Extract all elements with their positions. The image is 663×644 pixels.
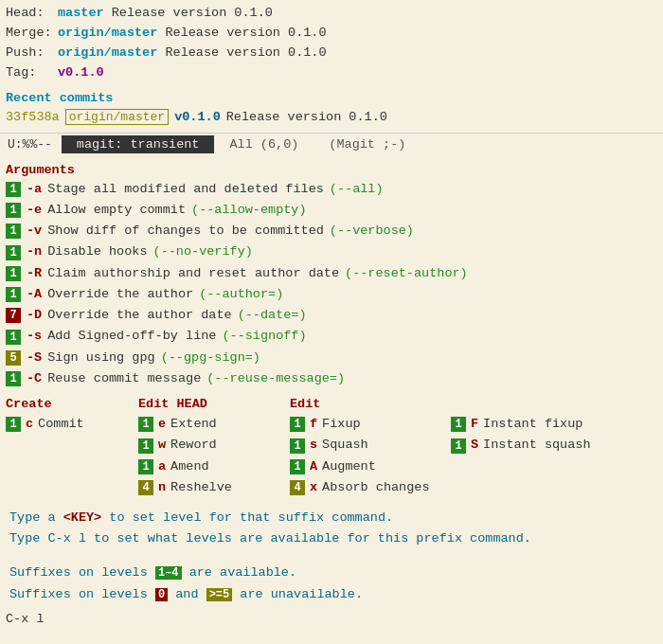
suffix-unavailable-line: Suffixes on levels 0 and >=5 are unavail… — [9, 584, 654, 606]
push-branch: origin/master — [58, 44, 157, 63]
cmd-row: 1aAmend — [138, 456, 290, 477]
arg-option: (--reuse-message=) — [206, 369, 345, 388]
arg-desc: Add Signed-off-by line — [47, 327, 216, 346]
cmd-key[interactable]: c — [26, 415, 33, 434]
tab-magit[interactable]: (Magit ;-) — [314, 135, 421, 153]
head-branch: master — [58, 4, 104, 24]
arguments-title: Arguments — [6, 163, 657, 177]
arg-desc: Disable hooks — [47, 242, 147, 261]
arg-option: (--gpg-sign=) — [161, 349, 260, 367]
arg-desc: Stage all modified and deleted files — [47, 180, 324, 199]
arg-badge: 1 — [6, 371, 21, 386]
cmd-key[interactable]: w — [158, 436, 166, 455]
arg-flag: -R — [27, 264, 42, 283]
cmd-key[interactable]: f — [310, 415, 317, 434]
arg-desc: Claim authorship and reset author date — [47, 264, 339, 283]
tab-bar: U:%%-- magit: transient All (6,0) (Magit… — [0, 133, 663, 155]
arg-flag: -v — [27, 222, 42, 241]
commit-hash: 33f538a — [6, 110, 60, 124]
merge-msg: Release version 0.1.0 — [157, 24, 326, 44]
arg-option: (--date=) — [238, 306, 307, 325]
bottom-bar: C-x l — [0, 610, 663, 628]
suffix-ge5: >=5 — [206, 588, 233, 601]
merge-branch: origin/master — [58, 24, 157, 44]
arg-row: 1-sAdd Signed-off-by line (--signoff) — [6, 326, 657, 347]
arg-option: (--verbose) — [330, 222, 414, 241]
cmd-badge: 1 — [290, 459, 305, 474]
arg-desc: Sign using gpg — [47, 349, 154, 367]
cmd-label: Augment — [322, 457, 376, 476]
edit-title: Edit — [290, 397, 451, 411]
arg-row: 1-eAllow empty commit (--allow-empty) — [6, 200, 657, 221]
arg-desc: Override the author — [47, 285, 193, 304]
cmd-label: Instant squash — [483, 436, 590, 455]
arg-row: 1-vShow diff of changes to be committed … — [6, 221, 657, 242]
edit-head-col: Edit HEAD 1eExtend1wReword1aAmend4nReshe… — [138, 397, 290, 498]
tab-transient[interactable]: magit: transient — [62, 135, 215, 153]
cmd-key[interactable]: x — [310, 478, 317, 497]
edit2-col: 1FInstant fixup1SInstant squash — [451, 397, 621, 498]
cmd-label: Amend — [170, 457, 209, 476]
edit-col: Edit 1fFixup1sSquash1AAugment4xAbsorb ch… — [290, 397, 451, 498]
create-col: Create 1cCommit — [6, 397, 138, 498]
create-title: Create — [6, 397, 138, 411]
cmd-badge: 4 — [290, 480, 305, 495]
arg-badge: 5 — [6, 350, 21, 366]
cmd-key[interactable]: A — [310, 457, 317, 476]
arg-option: (--all) — [330, 180, 384, 199]
edit2-spacer — [451, 397, 621, 411]
cmd-row: 4nReshelve — [138, 477, 290, 498]
cmd-key[interactable]: S — [471, 436, 478, 455]
arg-badge: 1 — [6, 224, 21, 239]
arg-badge: 1 — [6, 266, 21, 281]
arg-desc: Override the author date — [47, 306, 231, 325]
arg-row: 5-SSign using gpg (--gpg-sign=) — [6, 348, 657, 368]
info-line1: Type a <KEY> to set level for that suffi… — [9, 508, 654, 528]
push-key: Push: — [6, 44, 58, 63]
key-indicator: <KEY> — [63, 510, 102, 525]
info-line2: Type C-x l to set what levels are availa… — [9, 528, 654, 549]
cmd-badge: 4 — [138, 480, 153, 495]
cmd-row: 1sSquash — [290, 435, 451, 456]
header-section: Head: master Release version 0.1.0 Merge… — [0, 0, 663, 85]
arg-flag: -A — [27, 285, 42, 304]
cmd-badge: 1 — [290, 438, 305, 454]
cmd-badge: 1 — [138, 459, 153, 474]
cmd-badge: 1 — [138, 417, 153, 432]
arg-desc: Show diff of changes to be committed — [47, 222, 324, 241]
tag-value: v0.1.0 — [58, 63, 104, 83]
version-tag: v0.1.0 — [174, 110, 221, 124]
suffix-range-1-4: 1–4 — [155, 566, 182, 580]
arg-badge: 1 — [6, 330, 21, 345]
commit-row: 33f538a origin/master v0.1.0 Release ver… — [0, 107, 663, 127]
arg-desc: Allow empty commit — [47, 201, 186, 220]
arg-flag: -s — [27, 327, 42, 346]
cmd-row: 1wReword — [138, 435, 290, 456]
merge-row: Merge: origin/master Release version 0.1… — [6, 24, 657, 44]
tag-row: Tag: v0.1.0 — [6, 63, 657, 83]
cmd-key[interactable]: n — [158, 478, 166, 497]
head-msg: Release version 0.1.0 — [104, 4, 273, 24]
cmd-badge: 1 — [6, 417, 21, 432]
cmd-key[interactable]: e — [158, 415, 166, 434]
cmd-key[interactable]: s — [310, 436, 317, 455]
cmd-badge: 1 — [138, 438, 153, 454]
cmd-label: Fixup — [322, 415, 361, 434]
head-row: Head: master Release version 0.1.0 — [6, 4, 657, 24]
arguments-list: 1-aStage all modified and deleted files … — [6, 179, 657, 390]
cmd-row: 1eExtend — [138, 414, 290, 435]
cmd-label: Commit — [38, 415, 84, 434]
arg-option: (--author=) — [199, 285, 283, 304]
tab-all[interactable]: All (6,0) — [214, 135, 314, 153]
arg-option: (--reset-author) — [345, 264, 468, 283]
cmd-row: 1FInstant fixup — [451, 414, 621, 435]
arg-row: 1-AOverride the author (--author=) — [6, 284, 657, 305]
tag-key: Tag: — [6, 63, 58, 83]
cmd-key[interactable]: a — [158, 457, 166, 476]
cmd-key[interactable]: F — [471, 415, 478, 434]
cmd-row: 4xAbsorb changes — [290, 477, 451, 498]
arg-row: 1-aStage all modified and deleted files … — [6, 179, 657, 200]
arg-option: (--no-verify) — [153, 242, 253, 261]
arg-badge: 1 — [6, 245, 21, 260]
cmd-badge: 1 — [451, 417, 466, 432]
